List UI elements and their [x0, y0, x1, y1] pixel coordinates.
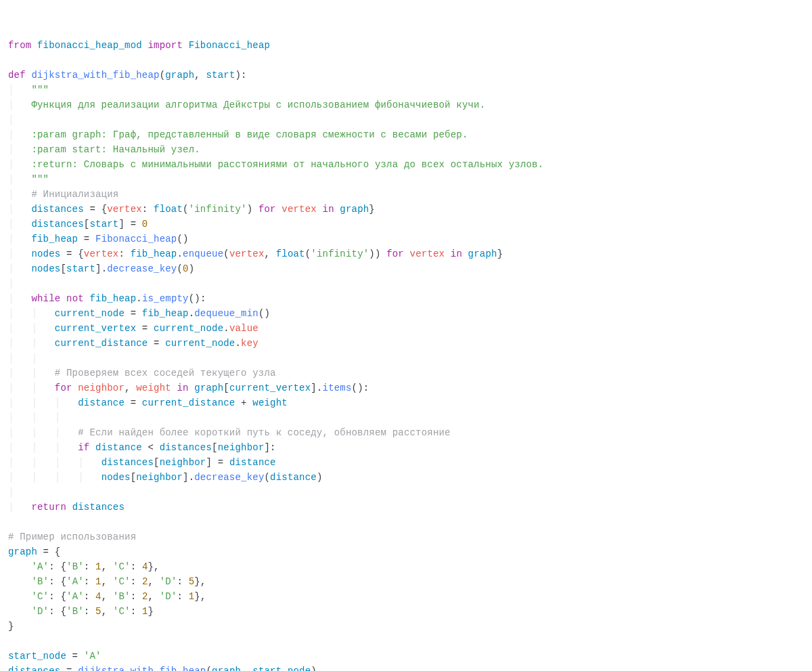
docstring-line: :param graph: Граф, представленный в вид…: [31, 129, 468, 140]
comment: # Если найден более короткий путь к сосе…: [78, 427, 451, 438]
comment: # Проверяем всех соседей текущего узла: [55, 368, 276, 378]
docstring-close: """: [31, 174, 49, 185]
function-name: dijkstra_with_fib_heap: [31, 70, 159, 81]
docstring-open: """: [31, 85, 49, 95]
keyword-from: from: [8, 40, 31, 51]
param-start: start: [206, 70, 235, 81]
var-distances: distances: [31, 204, 83, 215]
keyword-def: def: [8, 70, 26, 81]
docstring-line: :param start: Начальный узел.: [31, 144, 200, 155]
comment: # Инициализация: [31, 189, 118, 200]
keyword-import: import: [148, 40, 183, 51]
docstring-line: :return: Словарь с минимальными расстоян…: [31, 159, 543, 170]
code-block: from fibonacci_heap_mod import Fibonacci…: [8, 38, 804, 671]
space: [31, 40, 37, 51]
docstring-line: Функция для реализации алгоритма Дейкстр…: [31, 100, 485, 110]
module-name: fibonacci_heap_mod: [37, 40, 142, 51]
comment: # Пример использования: [8, 532, 136, 542]
class-name: Fibonacci_heap: [189, 40, 270, 51]
param-graph: graph: [165, 70, 194, 81]
